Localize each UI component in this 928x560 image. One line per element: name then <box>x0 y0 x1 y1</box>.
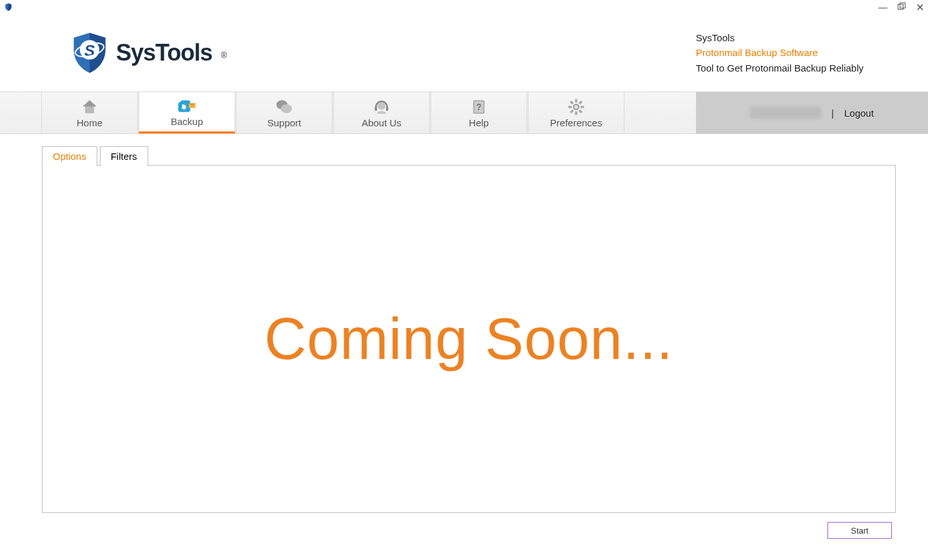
tab-filters[interactable]: Filters <box>100 146 148 166</box>
logout-link[interactable]: Logout <box>844 108 874 119</box>
svg-rect-20 <box>575 99 577 102</box>
nav-preferences[interactable]: Preferences <box>528 92 624 133</box>
svg-marker-6 <box>83 100 97 106</box>
gear-icon <box>566 98 586 116</box>
start-button[interactable]: Start <box>827 522 892 539</box>
nav-help[interactable]: ? Help <box>430 92 527 133</box>
separator: | <box>831 108 834 119</box>
svg-rect-1 <box>900 3 905 8</box>
options-panel: Coming Soon... <box>42 165 896 513</box>
svg-point-13 <box>378 102 385 110</box>
backup-icon <box>177 97 197 115</box>
svg-point-12 <box>281 104 293 113</box>
main-nav: Home Backup Support <box>0 92 928 134</box>
brand-name: SysTools <box>116 39 212 66</box>
svg-rect-23 <box>581 106 584 108</box>
header-tagline: Tool to Get Protonmail Backup Reliably <box>696 61 864 75</box>
shield-icon: S <box>71 32 108 74</box>
nav-label: About Us <box>362 117 401 128</box>
brand-logo: S SysTools ® <box>71 32 220 74</box>
nav-backup[interactable]: Backup <box>139 92 235 133</box>
content-area: Options Filters Coming Soon... <box>0 134 928 513</box>
nav-about-us[interactable]: About Us <box>333 92 430 133</box>
nav-label: Help <box>469 117 489 128</box>
registered-mark: ® <box>221 50 227 60</box>
nav-support[interactable]: Support <box>236 92 333 133</box>
window-titlebar: — ✕ <box>0 0 928 14</box>
svg-rect-0 <box>898 5 904 10</box>
nav-label: Home <box>77 117 102 128</box>
help-icon: ? <box>469 98 488 116</box>
footer-bar: Start <box>0 513 928 539</box>
nav-user-area: | Logout <box>696 92 928 133</box>
svg-text:?: ? <box>476 102 482 112</box>
svg-rect-22 <box>568 106 572 108</box>
svg-rect-21 <box>575 111 577 115</box>
nav-label: Support <box>267 117 302 128</box>
window-controls: — ✕ <box>878 1 924 14</box>
header-product-text: Protonmail Backup Software <box>696 45 864 60</box>
home-icon <box>80 98 99 116</box>
headset-icon <box>372 98 391 116</box>
maximize-button[interactable] <box>898 2 905 12</box>
svg-rect-26 <box>570 101 574 104</box>
nav-label: Backup <box>171 116 203 127</box>
svg-point-28 <box>574 105 577 108</box>
svg-rect-25 <box>570 109 574 113</box>
header-info: SysTools Protonmail Backup Software Tool… <box>696 30 889 75</box>
coming-soon-text: Coming Soon... <box>264 306 673 372</box>
app-shield-icon <box>4 3 13 12</box>
header-brand-text: SysTools <box>696 30 864 45</box>
close-button[interactable]: ✕ <box>916 1 924 14</box>
svg-rect-14 <box>375 106 378 111</box>
nav-home[interactable]: Home <box>41 92 138 133</box>
svg-rect-27 <box>579 109 583 113</box>
tab-bar: Options Filters <box>42 146 896 166</box>
minimize-button[interactable]: — <box>878 2 887 12</box>
titlebar-left <box>4 3 13 12</box>
app-header: S SysTools ® SysTools Protonmail Backup … <box>0 14 928 92</box>
tab-options[interactable]: Options <box>42 146 97 166</box>
nav-label: Preferences <box>550 117 603 128</box>
user-email-redacted <box>750 107 821 119</box>
chat-icon <box>275 98 294 116</box>
svg-rect-24 <box>579 101 583 104</box>
svg-rect-15 <box>386 106 389 111</box>
